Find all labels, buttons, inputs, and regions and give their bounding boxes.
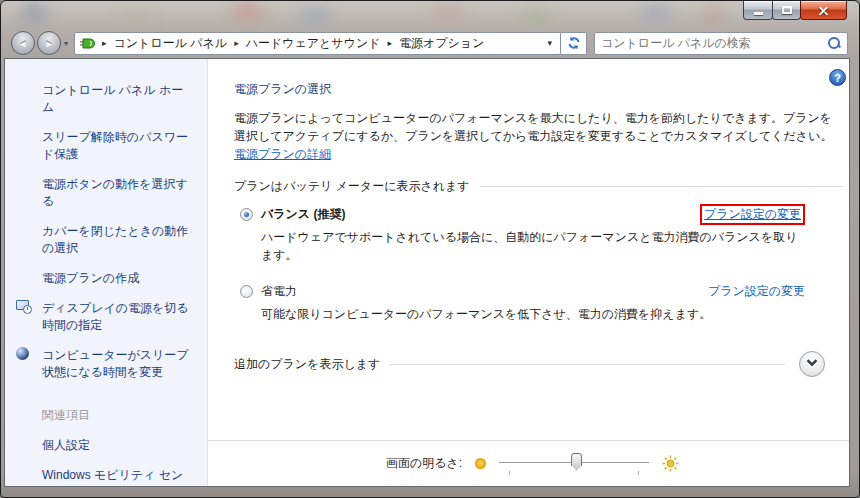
sidebar-item-label: Windows モビリティ センター	[42, 468, 183, 487]
sidebar-item-label: カバーを閉じたときの動作の選択	[42, 224, 188, 255]
back-arrow-icon: ◄	[18, 38, 28, 49]
sidebar-item-mobility-center[interactable]: Windows モビリティ センター	[42, 467, 193, 487]
titlebar-glass-blob	[231, 1, 265, 23]
intro-paragraph: 電源プランによってコンピューターのパフォーマンスを最大にしたり、電力を節約したり…	[234, 109, 844, 163]
sidebar-item-label: 電源ボタンの動作を選択する	[42, 177, 188, 208]
help-icon[interactable]: ?	[829, 69, 846, 86]
sidebar-item-power-buttons[interactable]: 電源ボタンの動作を選択する	[42, 176, 193, 210]
power-options-window: ◄ ► ▾ ▸ コントロール パネル ▸ ハードウェアとサウンド ▸ 電源オプシ…	[0, 0, 860, 498]
power-saver-plan-name: 省電力	[261, 283, 297, 300]
sidebar-item-label: スリープ解除時のパスワード保護	[42, 130, 188, 161]
sidebar-item-label: ディスプレイの電源を切る時間の指定	[42, 301, 189, 332]
address-dropdown-icon[interactable]: ▾	[543, 38, 556, 48]
slider-tick	[638, 471, 639, 475]
titlebar-glass-blob	[701, 7, 727, 23]
navigation-bar: ◄ ► ▾ ▸ コントロール パネル ▸ ハードウェアとサウンド ▸ 電源オプシ…	[11, 31, 848, 55]
additional-plans-label: 追加のプランを表示します	[234, 356, 380, 373]
titlebar-glass-blob	[521, 9, 551, 25]
close-button[interactable]	[800, 1, 847, 20]
brightness-slider[interactable]	[499, 453, 649, 475]
forward-button[interactable]: ►	[37, 31, 61, 55]
sidebar-item-create-plan[interactable]: 電源プランの作成	[42, 270, 193, 287]
breadcrumb-separator-icon: ▸	[387, 38, 392, 48]
breadcrumb-power-options[interactable]: 電源オプション	[399, 35, 484, 52]
breadcrumb-hardware-sound[interactable]: ハードウェアとサウンド	[246, 35, 381, 52]
breadcrumb-separator-icon: ▸	[102, 38, 107, 48]
balanced-radio[interactable]	[240, 208, 253, 221]
minimize-icon	[754, 12, 763, 15]
balanced-plan-description: ハードウェアでサポートされている場合に、自動的にパフォーマンスと電力消費のバラン…	[240, 228, 805, 264]
sidebar-item-label: 電源プランの作成	[42, 271, 139, 285]
balanced-plan-name: バランス (推奨)	[261, 206, 345, 223]
window-body: コントロール パネル ホーム スリープ解除時のパスワード保護 電源ボタンの動作を…	[4, 58, 850, 487]
sidebar-item-personalization[interactable]: 個人設定	[42, 437, 193, 454]
intro-text: 電源プランによってコンピューターのパフォーマンスを最大にしたり、電力を節約したり…	[234, 111, 832, 143]
sidebar-item-label: 個人設定	[42, 438, 90, 452]
sidebar-item-lid-close[interactable]: カバーを閉じたときの動作の選択	[42, 223, 193, 257]
sidebar-related-items-header: 関連項目	[42, 407, 193, 424]
sidebar: コントロール パネル ホーム スリープ解除時のパスワード保護 電源ボタンの動作を…	[5, 59, 208, 486]
breadcrumb-control-panel[interactable]: コントロール パネル	[114, 35, 228, 52]
moon-icon	[16, 347, 29, 360]
titlebar-glass-blob	[641, 3, 671, 21]
slider-thumb[interactable]	[571, 453, 582, 471]
chevron-down-icon	[806, 356, 817, 367]
minimize-button[interactable]	[743, 1, 773, 20]
sidebar-item-sleep-time[interactable]: コンピューターがスリープ状態になる時間を変更	[42, 347, 193, 381]
slider-tick	[509, 471, 510, 475]
window-controls	[744, 1, 847, 20]
brightness-label: 画面の明るさ:	[386, 455, 462, 472]
maximize-icon	[782, 6, 792, 14]
search-input[interactable]	[601, 36, 827, 50]
power-saver-plan-description: 可能な限りコンピューターのパフォーマンスを低下させ、電力の消費を抑えます。	[240, 305, 805, 323]
brightness-bar: 画面の明るさ:	[208, 440, 850, 486]
titlebar-glass-blob	[21, 3, 47, 23]
titlebar-glass-blob	[431, 3, 465, 23]
brightness-low-icon	[475, 458, 486, 469]
power-saver-radio[interactable]	[240, 285, 253, 298]
sidebar-item-label: コントロール パネル ホーム	[42, 83, 183, 114]
maximize-button[interactable]	[772, 1, 801, 20]
power-options-icon	[79, 35, 95, 51]
forward-arrow-icon: ►	[44, 38, 54, 49]
refresh-button[interactable]	[561, 32, 587, 55]
sidebar-item-wake-password[interactable]: スリープ解除時のパスワード保護	[42, 129, 193, 163]
search-box	[594, 32, 848, 55]
display-clock-icon	[16, 300, 32, 314]
red-highlight-box: プラン設定の変更	[700, 204, 805, 225]
battery-meter-section-label: プランはバッテリ メーターに表示されます	[234, 178, 470, 195]
plan-power-saver: 省電力 プラン設定の変更 可能な限りコンピューターのパフォーマンスを低下させ、電…	[240, 280, 850, 323]
sidebar-item-display-off-time[interactable]: ディスプレイの電源を切る時間の指定	[42, 300, 193, 334]
change-plan-settings-link-power-saver[interactable]: プラン設定の変更	[708, 284, 805, 298]
page-title: 電源プランの選択	[234, 81, 850, 98]
search-icon[interactable]	[827, 36, 841, 50]
history-dropdown-icon[interactable]: ▾	[64, 39, 68, 48]
additional-plans-section: 追加のプランを表示します	[234, 351, 850, 377]
change-plan-settings-link-balanced[interactable]: プラン設定の変更	[704, 207, 801, 221]
brightness-high-icon	[662, 455, 679, 472]
expand-additional-plans-button[interactable]	[799, 351, 825, 377]
titlebar-glass-blob	[121, 9, 151, 27]
back-button[interactable]: ◄	[11, 31, 35, 55]
main-content: ? 電源プランの選択 電源プランによってコンピューターのパフォーマンスを最大にし…	[208, 59, 850, 486]
titlebar-glass-blob	[301, 7, 329, 25]
address-bar[interactable]: ▸ コントロール パネル ▸ ハードウェアとサウンド ▸ 電源オプション ▾	[74, 32, 561, 55]
sidebar-item-control-panel-home[interactable]: コントロール パネル ホーム	[42, 82, 193, 116]
power-plan-details-link[interactable]: 電源プランの詳細	[234, 147, 331, 161]
breadcrumb-separator-icon: ▸	[234, 38, 239, 48]
plan-balanced: バランス (推奨) プラン設定の変更 ハードウェアでサポートされている場合に、自…	[240, 203, 850, 264]
section-divider	[390, 364, 785, 365]
refresh-icon	[567, 36, 581, 50]
battery-meter-section: プランはバッテリ メーターに表示されます	[234, 178, 850, 195]
close-icon	[818, 5, 829, 16]
sidebar-item-label: コンピューターがスリープ状態になる時間を変更	[42, 348, 189, 379]
section-divider	[480, 186, 843, 187]
